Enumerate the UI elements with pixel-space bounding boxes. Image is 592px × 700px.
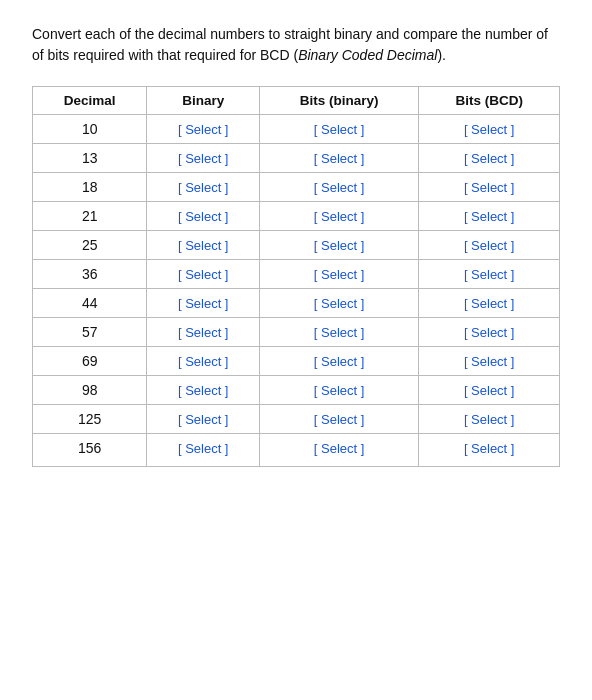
cell-bits-bcd-select-btn[interactable]: [ Select ] — [464, 151, 515, 166]
table-row: 156[ Select ][ Select ][ Select ] — [33, 434, 560, 467]
cell-bits-binary: [ Select ] — [259, 289, 418, 318]
cell-decimal: 25 — [33, 231, 147, 260]
cell-bits-bcd-select-btn[interactable]: [ Select ] — [464, 412, 515, 427]
cell-decimal: 13 — [33, 144, 147, 173]
cell-bits-binary-select-btn[interactable]: [ Select ] — [314, 180, 365, 195]
cell-bits-bcd-select-btn[interactable]: [ Select ] — [464, 180, 515, 195]
table-row: 98[ Select ][ Select ][ Select ] — [33, 376, 560, 405]
cell-binary-select-btn[interactable]: [ Select ] — [178, 383, 229, 398]
col-header-bits-binary: Bits (binary) — [259, 87, 418, 115]
cell-bits-bcd: [ Select ] — [419, 231, 560, 260]
cell-bits-bcd-select-btn[interactable]: [ Select ] — [464, 209, 515, 224]
cell-decimal: 21 — [33, 202, 147, 231]
cell-bits-binary-select-btn[interactable]: [ Select ] — [314, 209, 365, 224]
cell-bits-bcd: [ Select ] — [419, 173, 560, 202]
cell-bits-binary-select-btn[interactable]: [ Select ] — [314, 267, 365, 282]
cell-binary-select-btn[interactable]: [ Select ] — [178, 151, 229, 166]
cell-decimal: 69 — [33, 347, 147, 376]
table-row: 57[ Select ][ Select ][ Select ] — [33, 318, 560, 347]
col-header-decimal: Decimal — [33, 87, 147, 115]
cell-binary: [ Select ] — [147, 405, 259, 434]
cell-bits-bcd: [ Select ] — [419, 115, 560, 144]
cell-bits-bcd: [ Select ] — [419, 144, 560, 173]
cell-binary: [ Select ] — [147, 376, 259, 405]
table-row: 10[ Select ][ Select ][ Select ] — [33, 115, 560, 144]
cell-bits-binary: [ Select ] — [259, 318, 418, 347]
cell-bits-binary-select-btn[interactable]: [ Select ] — [314, 151, 365, 166]
cell-bits-bcd: [ Select ] — [419, 405, 560, 434]
cell-bits-bcd: [ Select ] — [419, 202, 560, 231]
cell-binary-select-btn[interactable]: [ Select ] — [178, 180, 229, 195]
cell-binary-select-btn[interactable]: [ Select ] — [178, 238, 229, 253]
cell-bits-binary-select-btn[interactable]: [ Select ] — [314, 122, 365, 137]
cell-decimal: 156 — [33, 434, 147, 467]
cell-bits-bcd-select-btn[interactable]: [ Select ] — [464, 122, 515, 137]
cell-bits-bcd-select-btn[interactable]: [ Select ] — [464, 383, 515, 398]
cell-binary-select-btn[interactable]: [ Select ] — [178, 354, 229, 369]
cell-bits-binary: [ Select ] — [259, 115, 418, 144]
cell-decimal: 18 — [33, 173, 147, 202]
cell-bits-bcd-select-btn[interactable]: [ Select ] — [464, 267, 515, 282]
cell-binary: [ Select ] — [147, 173, 259, 202]
cell-bits-binary: [ Select ] — [259, 144, 418, 173]
cell-binary: [ Select ] — [147, 318, 259, 347]
cell-bits-bcd-select-btn[interactable]: [ Select ] — [464, 354, 515, 369]
cell-bits-binary-select-btn[interactable]: [ Select ] — [314, 296, 365, 311]
cell-bits-binary: [ Select ] — [259, 376, 418, 405]
cell-binary-select-btn[interactable]: [ Select ] — [178, 412, 229, 427]
cell-bits-bcd-select-btn[interactable]: [ Select ] — [464, 441, 515, 456]
cell-bits-binary-select-btn[interactable]: [ Select ] — [314, 354, 365, 369]
cell-bits-bcd: [ Select ] — [419, 434, 560, 467]
cell-bits-binary: [ Select ] — [259, 173, 418, 202]
cell-bits-binary: [ Select ] — [259, 260, 418, 289]
cell-binary-select-btn[interactable]: [ Select ] — [178, 325, 229, 340]
cell-bits-binary-select-btn[interactable]: [ Select ] — [314, 441, 365, 456]
cell-bits-bcd-select-btn[interactable]: [ Select ] — [464, 296, 515, 311]
cell-binary: [ Select ] — [147, 115, 259, 144]
cell-decimal: 44 — [33, 289, 147, 318]
table-row: 18[ Select ][ Select ][ Select ] — [33, 173, 560, 202]
table-row: 125[ Select ][ Select ][ Select ] — [33, 405, 560, 434]
table-header-row: Decimal Binary Bits (binary) Bits (BCD) — [33, 87, 560, 115]
table-row: 44[ Select ][ Select ][ Select ] — [33, 289, 560, 318]
conversion-table: Decimal Binary Bits (binary) Bits (BCD) … — [32, 86, 560, 467]
cell-bits-binary: [ Select ] — [259, 231, 418, 260]
cell-binary: [ Select ] — [147, 202, 259, 231]
table-row: 13[ Select ][ Select ][ Select ] — [33, 144, 560, 173]
cell-bits-binary-select-btn[interactable]: [ Select ] — [314, 383, 365, 398]
cell-decimal: 57 — [33, 318, 147, 347]
cell-bits-binary-select-btn[interactable]: [ Select ] — [314, 412, 365, 427]
cell-binary: [ Select ] — [147, 144, 259, 173]
cell-binary: [ Select ] — [147, 260, 259, 289]
col-header-bits-bcd: Bits (BCD) — [419, 87, 560, 115]
cell-binary: [ Select ] — [147, 434, 259, 467]
cell-binary: [ Select ] — [147, 347, 259, 376]
cell-binary-select-btn[interactable]: [ Select ] — [178, 267, 229, 282]
cell-bits-binary: [ Select ] — [259, 202, 418, 231]
table-row: 25[ Select ][ Select ][ Select ] — [33, 231, 560, 260]
table-row: 69[ Select ][ Select ][ Select ] — [33, 347, 560, 376]
cell-bits-binary-select-btn[interactable]: [ Select ] — [314, 325, 365, 340]
cell-bits-binary: [ Select ] — [259, 405, 418, 434]
cell-bits-bcd: [ Select ] — [419, 318, 560, 347]
cell-bits-bcd: [ Select ] — [419, 289, 560, 318]
cell-binary: [ Select ] — [147, 289, 259, 318]
cell-bits-bcd: [ Select ] — [419, 260, 560, 289]
cell-binary: [ Select ] — [147, 231, 259, 260]
col-header-binary: Binary — [147, 87, 259, 115]
table-row: 21[ Select ][ Select ][ Select ] — [33, 202, 560, 231]
cell-binary-select-btn[interactable]: [ Select ] — [178, 441, 229, 456]
cell-decimal: 10 — [33, 115, 147, 144]
instructions-text: Convert each of the decimal numbers to s… — [32, 24, 560, 66]
cell-bits-binary-select-btn[interactable]: [ Select ] — [314, 238, 365, 253]
cell-decimal: 125 — [33, 405, 147, 434]
cell-bits-bcd: [ Select ] — [419, 376, 560, 405]
cell-binary-select-btn[interactable]: [ Select ] — [178, 209, 229, 224]
cell-bits-bcd-select-btn[interactable]: [ Select ] — [464, 325, 515, 340]
cell-bits-bcd-select-btn[interactable]: [ Select ] — [464, 238, 515, 253]
cell-decimal: 36 — [33, 260, 147, 289]
cell-binary-select-btn[interactable]: [ Select ] — [178, 296, 229, 311]
cell-decimal: 98 — [33, 376, 147, 405]
table-row: 36[ Select ][ Select ][ Select ] — [33, 260, 560, 289]
cell-binary-select-btn[interactable]: [ Select ] — [178, 122, 229, 137]
